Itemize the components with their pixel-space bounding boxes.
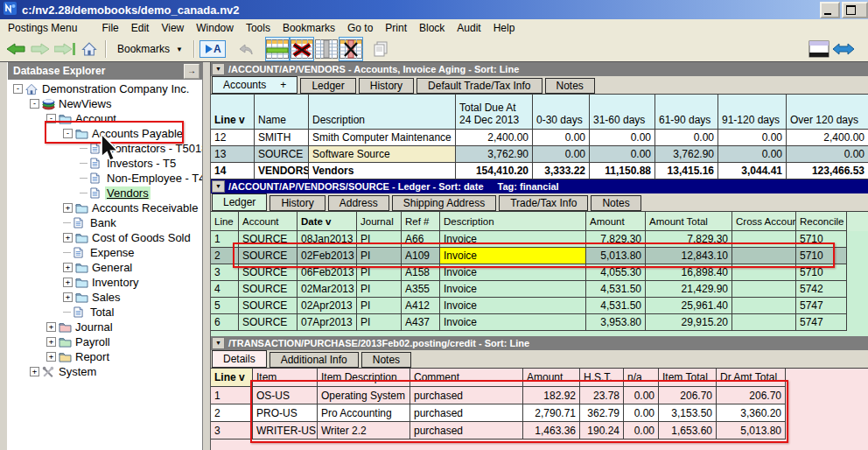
panel-menu-icon[interactable]: ▼ <box>212 180 225 193</box>
delete-column-icon[interactable] <box>339 37 363 61</box>
insert-column-icon[interactable] <box>314 37 339 61</box>
cell[interactable]: 4 <box>211 281 239 298</box>
new-tab-icon[interactable]: + <box>280 77 286 93</box>
menu-item-help[interactable]: Help <box>487 20 522 36</box>
menu-item-bookmarks[interactable]: Bookmarks <box>276 20 341 36</box>
cell[interactable]: 206.70 <box>659 387 717 404</box>
cell[interactable]: Smith Computer Maintenance <box>309 130 456 146</box>
table-row[interactable]: 4SOURCE02Mar2013PIA355Invoice4,531.5021,… <box>211 281 868 298</box>
tree-item-general[interactable]: +General <box>8 260 202 275</box>
cell[interactable]: SOURCE <box>239 248 298 264</box>
cell[interactable]: A158 <box>402 264 440 281</box>
column-header[interactable]: Amount <box>523 369 580 387</box>
table-row[interactable]: 2SOURCE02Feb2013PIA109Invoice5,013.8012,… <box>211 248 868 264</box>
expand-icon[interactable]: + <box>63 233 73 243</box>
cell[interactable]: 5,013.80 <box>717 422 786 439</box>
cell[interactable]: 5 <box>211 298 239 314</box>
expand-icon[interactable]: + <box>46 352 56 362</box>
cell[interactable]: 08Jan2013 <box>298 231 357 248</box>
column-header[interactable]: Amount Total <box>646 212 732 231</box>
maximize-button[interactable] <box>842 2 868 18</box>
tree-item-inventory[interactable]: +Inventory <box>8 275 202 290</box>
cell[interactable]: 0.00 <box>533 130 590 146</box>
cell[interactable]: 4,531.50 <box>586 298 646 314</box>
cell[interactable]: 4,055.30 <box>586 264 646 281</box>
cell[interactable]: 29,915.20 <box>646 314 732 331</box>
panel-menu-icon[interactable]: ▼ <box>212 337 225 349</box>
cell[interactable] <box>732 314 796 331</box>
splitter[interactable] <box>203 62 210 450</box>
tab-trade-tax-info[interactable]: Trade/Tax Info <box>499 195 588 211</box>
collapse-icon[interactable]: - <box>46 114 56 123</box>
undo-icon[interactable] <box>234 37 258 61</box>
cell[interactable]: 362.79 <box>580 404 624 422</box>
explorer-arrow-button[interactable]: → <box>184 64 200 79</box>
cell[interactable]: 1,463.36 <box>523 422 580 439</box>
cell[interactable]: 5747 <box>796 314 847 331</box>
cell[interactable]: 0.00 <box>624 422 659 439</box>
cell[interactable]: SOURCE <box>239 264 298 281</box>
cell[interactable]: Invoice <box>440 298 586 314</box>
cell[interactable]: 123,466.53 <box>787 163 868 179</box>
tab-additional-info[interactable]: Additional Info <box>270 352 359 368</box>
cell[interactable]: 14 <box>211 163 255 179</box>
cell[interactable]: OS-US <box>253 387 318 404</box>
split-window-icon[interactable] <box>807 37 831 61</box>
forward-icon[interactable] <box>28 37 52 61</box>
cell[interactable]: 0.00 <box>718 146 787 163</box>
cell[interactable]: A109 <box>402 248 440 264</box>
table-row[interactable]: 6SOURCE07Apr2013PIA437Invoice3,953.8029,… <box>211 314 868 331</box>
cell[interactable]: purchased <box>410 422 523 439</box>
cell[interactable]: 12 <box>211 130 255 146</box>
back-icon[interactable] <box>4 37 28 61</box>
tree-item-journal[interactable]: +Journal <box>8 320 202 334</box>
column-header[interactable]: 91-120 days <box>718 95 787 130</box>
column-header[interactable]: Comment <box>410 369 523 387</box>
cell[interactable]: 0.00 <box>590 130 655 146</box>
cell[interactable]: 3,153.50 <box>659 404 717 422</box>
table-row[interactable]: 12SMITHSmith Computer Maintenance2,400.0… <box>211 130 868 146</box>
column-header[interactable]: H.S.T. <box>580 369 624 387</box>
tab-notes[interactable]: Notes <box>591 195 640 211</box>
cell[interactable]: PI <box>357 231 402 248</box>
fit-width-icon[interactable] <box>831 37 856 61</box>
cell[interactable]: 02Apr2013 <box>298 298 357 314</box>
menu-item-tools[interactable]: Tools <box>240 20 276 36</box>
tab-history[interactable]: History <box>270 195 325 211</box>
collapse-icon[interactable]: - <box>13 84 23 94</box>
cell[interactable] <box>732 248 796 264</box>
cell[interactable]: 5710 <box>796 248 847 264</box>
cell[interactable]: 25,961.40 <box>646 298 732 314</box>
cell[interactable] <box>732 231 796 248</box>
cell[interactable]: Operating System <box>318 387 410 404</box>
cell[interactable]: 3 <box>211 264 239 281</box>
cell[interactable]: 5710 <box>796 231 847 248</box>
cell[interactable] <box>732 298 796 314</box>
tab-details[interactable]: Details <box>212 350 267 368</box>
cell[interactable]: PI <box>357 298 402 314</box>
column-header[interactable]: Date v <box>298 212 357 231</box>
tab-default-trade-tax-info[interactable]: Default Trade/Tax Info <box>416 78 542 94</box>
table-row[interactable]: 13SOURCESoftware Source3,762.900.000.003… <box>211 146 868 163</box>
tab-ledger[interactable]: Ledger <box>300 78 355 94</box>
run-block-icon[interactable]: A <box>199 37 227 61</box>
tree-item-contractors-t5018[interactable]: Contractors - T5018 <box>8 141 202 156</box>
tree-item-non-employee-t4a[interactable]: Non-Employee - T4A <box>8 171 202 186</box>
cell[interactable]: PI <box>357 314 402 331</box>
tree-item-account[interactable]: -Account <box>8 111 202 126</box>
table-row[interactable]: 5SOURCE02Apr2013PIA412Invoice4,531.5025,… <box>211 298 868 314</box>
tree-item-total[interactable]: Total <box>8 305 202 320</box>
tree-item-report[interactable]: +Report <box>8 349 202 364</box>
cell[interactable]: Software Source <box>309 146 456 163</box>
delete-row-icon[interactable] <box>290 37 314 61</box>
menu-item-view[interactable]: View <box>155 20 190 36</box>
table-row[interactable]: 3WRITER-USWriter 2.2purchased1,463.36190… <box>211 422 868 439</box>
cell[interactable]: 12,843.10 <box>646 248 732 264</box>
column-header[interactable]: Dr Amt Total <box>717 369 786 387</box>
column-header[interactable]: Name <box>255 95 309 130</box>
cell[interactable]: 3,762.90 <box>655 146 718 163</box>
expand-icon[interactable]: + <box>46 322 56 332</box>
cell[interactable]: Vendors <box>309 163 456 179</box>
tab-history[interactable]: History <box>359 78 414 94</box>
cell[interactable]: Invoice <box>440 248 586 264</box>
